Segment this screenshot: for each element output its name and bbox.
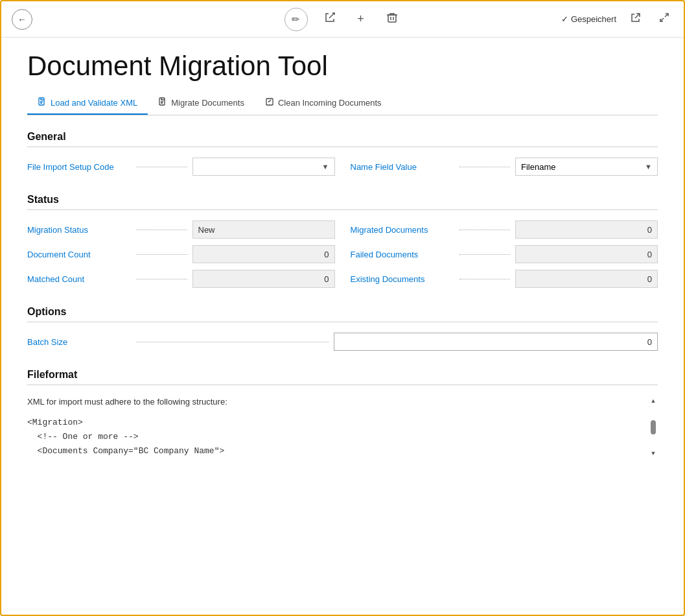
scrollbar-up-arrow[interactable]: ▲ — [649, 397, 657, 405]
content-area: Document Migration Tool Load and Validat… — [1, 38, 684, 615]
tab-load-validate-xml-icon — [38, 97, 47, 108]
toolbar-center: ✏ + — [284, 8, 401, 31]
fileformat-content-area: XML for import must adhere to the follow… — [27, 396, 658, 458]
page-title: Document Migration Tool — [27, 51, 658, 82]
status-section: Status Migration Status New Migrated Doc… — [27, 194, 658, 288]
general-fields-row: File Import Setup Code ▼ Name Field Valu… — [27, 158, 658, 176]
document-count-dots — [136, 254, 187, 255]
scrollbar-thumb[interactable] — [651, 420, 656, 434]
delete-icon — [386, 12, 398, 27]
name-field-value-label: Name Field Value — [351, 162, 454, 172]
name-field-value-arrow: ▼ — [645, 163, 652, 171]
tab-migrate-documents[interactable]: Migrate Documents — [148, 92, 255, 115]
migration-status-label: Migration Status — [27, 225, 131, 235]
migrated-documents-dots — [459, 230, 511, 230]
check-icon: ✓ — [561, 14, 568, 24]
expand-button[interactable] — [655, 10, 673, 29]
add-button[interactable]: + — [352, 10, 370, 29]
tab-clean-incoming[interactable]: Clean Incoming Documents — [255, 92, 392, 115]
scrollbar-down-arrow[interactable]: ▼ — [649, 449, 657, 457]
file-import-setup-code-label: File Import Setup Code — [27, 162, 131, 172]
main-window: ← ✏ + — [0, 0, 685, 616]
existing-documents-label: Existing Documents — [351, 274, 454, 284]
document-count-value: 0 — [192, 245, 335, 263]
tab-clean-incoming-icon — [265, 97, 274, 108]
fileformat-description-text: XML for import must adhere to the follow… — [27, 396, 642, 409]
back-icon: ← — [17, 14, 27, 25]
tab-clean-incoming-label: Clean Incoming Documents — [278, 98, 382, 108]
matched-count-label: Matched Count — [27, 274, 131, 284]
edit-icon: ✏ — [292, 14, 300, 25]
migration-status-group: Migration Status New — [27, 220, 335, 239]
batch-size-input[interactable]: 0 — [334, 333, 658, 351]
options-section: Options Batch Size 0 — [27, 306, 658, 351]
file-import-setup-code-arrow: ▼ — [322, 163, 329, 171]
svg-rect-3 — [266, 99, 273, 105]
delete-button[interactable] — [383, 10, 401, 29]
fileformat-code: <Migration> <!-- One or more --> <Docume… — [27, 416, 642, 458]
batch-size-group: Batch Size 0 — [27, 333, 658, 351]
toolbar-right: ✓ Gespeichert — [561, 10, 673, 29]
failed-documents-dots — [459, 254, 511, 255]
name-field-value-select[interactable]: Filename ▼ — [515, 158, 658, 176]
migrated-documents-group: Migrated Documents 0 — [351, 220, 658, 239]
add-icon: + — [357, 12, 364, 26]
general-section: General File Import Setup Code ▼ Name Fi… — [27, 131, 658, 176]
fileformat-description: XML for import must adhere to the follow… — [27, 396, 642, 458]
tab-migrate-documents-label: Migrate Documents — [171, 98, 244, 108]
fileformat-scrollbar: ▲ ▼ — [649, 396, 658, 458]
batch-size-dots — [136, 342, 329, 342]
edit-button[interactable]: ✏ — [284, 8, 308, 31]
share-button[interactable] — [321, 10, 339, 29]
general-section-title: General — [27, 131, 658, 147]
file-import-setup-code-dots — [136, 167, 187, 167]
status-row-3: Matched Count 0 Existing Documents 0 — [27, 270, 658, 288]
name-field-value-text: Filename — [521, 162, 555, 172]
saved-status: ✓ Gespeichert — [561, 14, 616, 24]
name-field-value-group: Name Field Value Filename ▼ — [351, 158, 658, 176]
document-count-group: Document Count 0 — [27, 245, 335, 263]
name-field-value-dots — [459, 167, 511, 167]
migration-status-dots — [136, 230, 187, 230]
fileformat-section-title: Fileformat — [27, 369, 658, 385]
matched-count-value: 0 — [192, 270, 335, 288]
document-count-label: Document Count — [27, 250, 131, 259]
options-section-title: Options — [27, 306, 658, 322]
existing-documents-dots — [459, 279, 511, 279]
fileformat-section: Fileformat XML for import must adhere to… — [27, 369, 658, 458]
failed-documents-value: 0 — [515, 245, 658, 263]
expand-icon — [658, 12, 670, 27]
toolbar: ← ✏ + — [1, 1, 684, 38]
tab-migrate-documents-icon — [158, 97, 167, 108]
file-import-setup-code-group: File Import Setup Code ▼ — [27, 158, 335, 176]
failed-documents-label: Failed Documents — [351, 250, 454, 259]
saved-label: Gespeichert — [571, 14, 616, 24]
external-link-button[interactable] — [627, 10, 645, 29]
file-import-setup-code-select[interactable]: ▼ — [192, 158, 335, 176]
share-icon — [323, 11, 336, 27]
failed-documents-group: Failed Documents 0 — [351, 245, 658, 263]
tab-bar: Load and Validate XML Migrate Documents … — [27, 92, 658, 115]
batch-size-label: Batch Size — [27, 337, 131, 347]
status-row-2: Document Count 0 Failed Documents 0 — [27, 245, 658, 263]
migrated-documents-label: Migrated Documents — [351, 225, 454, 235]
status-section-title: Status — [27, 194, 658, 210]
matched-count-dots — [136, 279, 187, 279]
existing-documents-group: Existing Documents 0 — [351, 270, 658, 288]
tab-load-validate-xml-label: Load and Validate XML — [51, 98, 137, 108]
migrated-documents-value: 0 — [515, 220, 658, 239]
migration-status-value: New — [192, 220, 335, 239]
back-button[interactable]: ← — [12, 9, 32, 30]
status-row-1: Migration Status New Migrated Documents … — [27, 220, 658, 239]
existing-documents-value: 0 — [515, 270, 658, 288]
tab-load-validate-xml[interactable]: Load and Validate XML — [27, 92, 148, 115]
matched-count-group: Matched Count 0 — [27, 270, 335, 288]
svg-rect-0 — [388, 15, 396, 22]
external-link-icon — [630, 12, 642, 27]
